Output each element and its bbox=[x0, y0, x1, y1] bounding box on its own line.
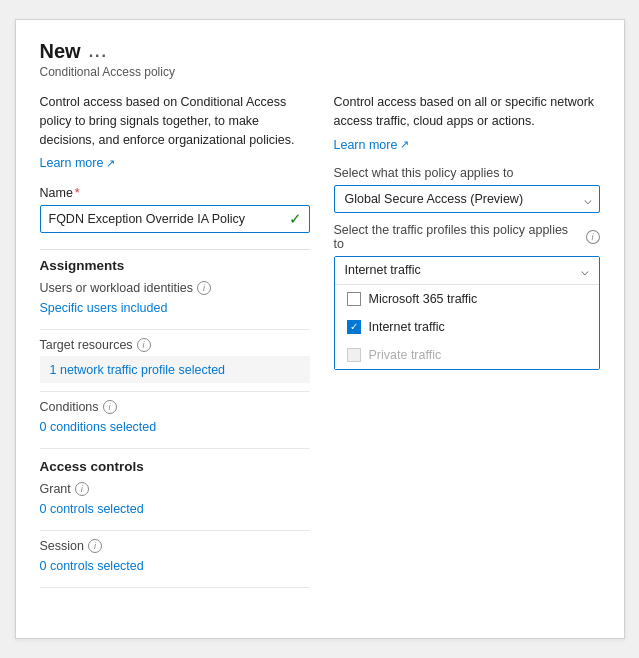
traffic-dropdown-selected: Internet traffic bbox=[345, 263, 421, 277]
name-field: Name* ✓ bbox=[40, 186, 310, 233]
traffic-item-private: Private traffic bbox=[335, 341, 599, 369]
m365-label: Microsoft 365 traffic bbox=[369, 292, 478, 306]
users-link[interactable]: Specific users included bbox=[40, 299, 168, 321]
required-star: * bbox=[75, 186, 80, 200]
assignments-divider bbox=[40, 249, 310, 250]
title-text: New bbox=[40, 40, 81, 63]
right-learn-more-link[interactable]: Learn more ↗ bbox=[334, 138, 410, 152]
private-checkbox bbox=[347, 348, 361, 362]
target-block-text: 1 network traffic profile selected bbox=[50, 363, 226, 377]
target-resources-field: Target resources i 1 network traffic pro… bbox=[40, 338, 310, 383]
m365-checkbox bbox=[347, 292, 361, 306]
grant-link[interactable]: 0 controls selected bbox=[40, 500, 144, 522]
main-window: New ... Conditional Access policy Contro… bbox=[15, 19, 625, 639]
session-link[interactable]: 0 controls selected bbox=[40, 557, 144, 579]
session-divider bbox=[40, 587, 310, 588]
left-description: Control access based on Conditional Acce… bbox=[40, 93, 310, 149]
traffic-dropdown-arrow-icon: ⌵ bbox=[581, 263, 589, 278]
policy-select-label: Select what this policy applies to bbox=[334, 166, 600, 180]
name-label: Name* bbox=[40, 186, 310, 200]
left-learn-more-link[interactable]: Learn more ↗ bbox=[40, 156, 116, 170]
users-info-icon[interactable]: i bbox=[197, 281, 211, 295]
conditions-link[interactable]: 0 conditions selected bbox=[40, 418, 157, 440]
private-label: Private traffic bbox=[369, 348, 442, 362]
left-column: Control access based on Conditional Acce… bbox=[40, 93, 310, 596]
users-divider bbox=[40, 329, 310, 330]
right-external-link-icon: ↗ bbox=[400, 138, 409, 151]
users-label: Users or workload identities i bbox=[40, 281, 310, 295]
traffic-item-internet[interactable]: Internet traffic bbox=[335, 313, 599, 341]
name-input-wrap: ✓ bbox=[40, 205, 310, 233]
target-block[interactable]: 1 network traffic profile selected bbox=[40, 356, 310, 383]
conditions-divider bbox=[40, 448, 310, 449]
target-label: Target resources i bbox=[40, 338, 310, 352]
name-input[interactable] bbox=[40, 205, 310, 233]
traffic-profiles-label: Select the traffic profiles this policy … bbox=[334, 223, 600, 251]
page-title: New ... bbox=[40, 40, 600, 63]
page-subtitle: Conditional Access policy bbox=[40, 65, 600, 79]
traffic-info-icon[interactable]: i bbox=[586, 230, 600, 244]
external-link-icon: ↗ bbox=[106, 157, 115, 170]
right-column: Control access based on all or specific … bbox=[334, 93, 600, 596]
session-field: Session i 0 controls selected bbox=[40, 539, 310, 579]
grant-field: Grant i 0 controls selected bbox=[40, 482, 310, 522]
grant-info-icon[interactable]: i bbox=[75, 482, 89, 496]
assignments-heading: Assignments bbox=[40, 258, 310, 273]
grant-label: Grant i bbox=[40, 482, 310, 496]
access-controls-heading: Access controls bbox=[40, 459, 310, 474]
title-ellipsis: ... bbox=[89, 43, 108, 61]
input-check-icon: ✓ bbox=[289, 210, 302, 228]
users-field: Users or workload identities i Specific … bbox=[40, 281, 310, 321]
traffic-item-m365[interactable]: Microsoft 365 traffic bbox=[335, 285, 599, 313]
grant-divider bbox=[40, 530, 310, 531]
traffic-dropdown-list: Microsoft 365 traffic Internet traffic P… bbox=[335, 285, 599, 369]
traffic-dropdown-open: Internet traffic ⌵ Microsoft 365 traffic… bbox=[334, 256, 600, 370]
conditions-label: Conditions i bbox=[40, 400, 310, 414]
policy-dropdown-wrap: Global Secure Access (Preview) ⌵ bbox=[334, 185, 600, 213]
conditions-info-icon[interactable]: i bbox=[103, 400, 117, 414]
right-description: Control access based on all or specific … bbox=[334, 93, 600, 131]
target-info-icon[interactable]: i bbox=[137, 338, 151, 352]
session-label: Session i bbox=[40, 539, 310, 553]
conditions-field: Conditions i 0 conditions selected bbox=[40, 400, 310, 440]
policy-dropdown[interactable]: Global Secure Access (Preview) bbox=[334, 185, 600, 213]
session-info-icon[interactable]: i bbox=[88, 539, 102, 553]
target-divider bbox=[40, 391, 310, 392]
internet-label: Internet traffic bbox=[369, 320, 445, 334]
internet-checkbox bbox=[347, 320, 361, 334]
traffic-dropdown-header[interactable]: Internet traffic ⌵ bbox=[335, 257, 599, 285]
